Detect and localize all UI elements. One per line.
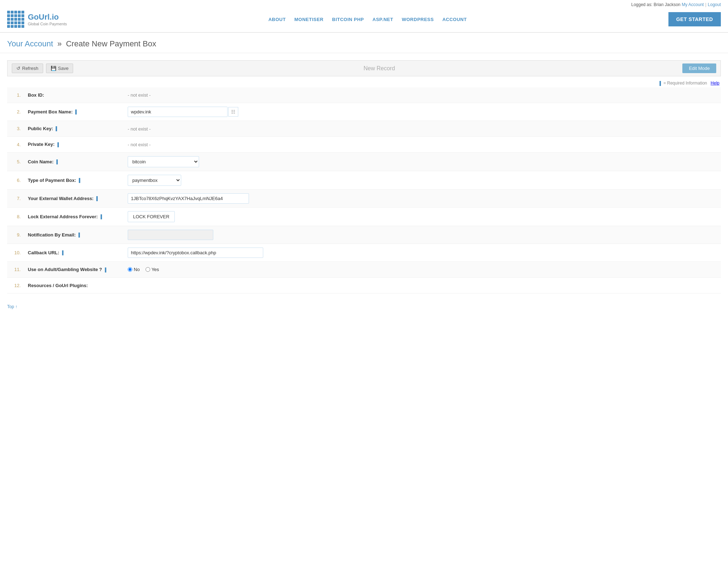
row-value-2: ☷: [125, 103, 721, 121]
row-value-8: LOCK FOREVER: [125, 207, 721, 226]
public-key-value: - not exist -: [128, 126, 151, 132]
logout-link[interactable]: Logout: [708, 2, 721, 7]
required-note: = Required Information Help: [7, 81, 721, 86]
table-row: 4. Private Key: - not exist -: [7, 137, 721, 153]
row-value-1: - not exist -: [125, 87, 721, 103]
nav-bitcoin-php[interactable]: BITCOIN PHP: [332, 17, 364, 22]
required-indicator: [78, 233, 80, 238]
logo-sub: Global Coin Payments: [28, 22, 67, 26]
page-subtitle: Create New Payment Box: [66, 39, 156, 48]
required-indicator: [56, 159, 58, 164]
new-record-label: New Record: [76, 65, 682, 72]
nav-monetiser[interactable]: MONETISER: [294, 17, 324, 22]
radio-no-label[interactable]: No: [128, 267, 140, 272]
row-label-8: Lock External Address Forever:: [25, 207, 125, 226]
row-label-6: Type of Payment Box:: [25, 171, 125, 189]
required-note-text: = Required Information: [663, 81, 707, 86]
content-area: ↺ Refresh 💾 Save New Record Edit Mode = …: [0, 53, 728, 301]
payment-box-name-wrap: ☷: [128, 107, 718, 117]
logo-area: GoUrl.io Global Coin Payments: [7, 11, 67, 28]
private-key-value: - not exist -: [128, 142, 151, 147]
payment-box-type-select[interactable]: paymentbox donation: [128, 175, 181, 186]
row-label-7: Your External Wallet Address:: [25, 189, 125, 207]
my-account-link[interactable]: My Account: [682, 2, 704, 7]
row-value-3: - not exist -: [125, 121, 721, 137]
your-account-link[interactable]: Your Account: [7, 39, 53, 48]
radio-yes[interactable]: [146, 267, 150, 272]
form-table: 1. Box ID: - not exist - 2. Payment Box …: [7, 87, 721, 294]
table-row: 5. Coin Name: bitcoin litecoin ethereum …: [7, 152, 721, 171]
required-indicator: [57, 142, 59, 147]
required-indicator: [56, 126, 57, 131]
row-num-6: 6.: [7, 171, 25, 189]
required-indicator: [96, 196, 98, 201]
nav-asp-net[interactable]: ASP.NET: [372, 17, 393, 22]
row-label-3: Public Key:: [25, 121, 125, 137]
footer-top-link[interactable]: Top ↑: [0, 301, 728, 313]
row-label-9: Notification By Email:: [25, 226, 125, 244]
table-row: 8. Lock External Address Forever: LOCK F…: [7, 207, 721, 226]
title-separator: »: [57, 39, 62, 48]
row-label-4: Private Key:: [25, 137, 125, 153]
row-num-11: 11.: [7, 261, 25, 277]
nav-about[interactable]: ABOUT: [268, 17, 286, 22]
logo-icon: [7, 11, 24, 28]
help-link[interactable]: Help: [711, 81, 719, 86]
lock-forever-button[interactable]: LOCK FOREVER: [128, 211, 175, 222]
row-num-9: 9.: [7, 226, 25, 244]
required-indicator: [62, 250, 63, 255]
row-num-4: 4.: [7, 137, 25, 153]
row-label-1: Box ID:: [25, 87, 125, 103]
row-value-10: [125, 244, 721, 261]
table-row: 9. Notification By Email:: [7, 226, 721, 244]
table-row: 10. Callback URL:: [7, 244, 721, 261]
radio-yes-label[interactable]: Yes: [146, 267, 159, 272]
nav-wordpress[interactable]: WORDPRESS: [402, 17, 434, 22]
edit-mode-button[interactable]: Edit Mode: [682, 63, 716, 73]
row-num-10: 10.: [7, 244, 25, 261]
radio-no[interactable]: [128, 267, 132, 272]
coin-name-select[interactable]: bitcoin litecoin ethereum dogecoin: [128, 156, 199, 167]
table-row: 2. Payment Box Name: ☷: [7, 103, 721, 121]
save-button[interactable]: 💾 Save: [46, 63, 73, 73]
nav-account[interactable]: ACCOUNT: [442, 17, 467, 22]
callback-url-input[interactable]: [128, 248, 263, 258]
row-num-3: 3.: [7, 121, 25, 137]
row-num-2: 2.: [7, 103, 25, 121]
table-row: 6. Type of Payment Box: paymentbox donat…: [7, 171, 721, 189]
refresh-button[interactable]: ↺ Refresh: [12, 63, 43, 73]
user-bar: Logged as: Brian Jackson My Account | Lo…: [0, 0, 728, 8]
box-id-value: - not exist -: [128, 92, 151, 98]
page-title-bar: Your Account » Create New Payment Box: [0, 33, 728, 53]
payment-box-name-input[interactable]: [128, 107, 228, 117]
row-label-10: Callback URL:: [25, 244, 125, 261]
row-num-1: 1.: [7, 87, 25, 103]
table-row: 11. Use on Adult/Gambling Website ? No Y…: [7, 261, 721, 277]
wallet-address-input[interactable]: [128, 193, 249, 204]
adult-gambling-radio-group: No Yes: [128, 267, 718, 272]
required-indicator: [75, 109, 77, 114]
row-label-2: Payment Box Name:: [25, 103, 125, 121]
toolbar: ↺ Refresh 💾 Save New Record Edit Mode: [7, 60, 721, 76]
row-label-11: Use on Adult/Gambling Website ?: [25, 261, 125, 277]
table-row: 3. Public Key: - not exist -: [7, 121, 721, 137]
row-num-8: 8.: [7, 207, 25, 226]
main-nav-bar: GoUrl.io Global Coin Payments ABOUT MONE…: [0, 8, 728, 33]
top-link-text[interactable]: Top ↑: [7, 304, 17, 309]
row-num-5: 5.: [7, 152, 25, 171]
row-label-12: Resources / GoUrl Plugins:: [25, 277, 125, 293]
row-num-12: 12.: [7, 277, 25, 293]
row-value-7: [125, 189, 721, 207]
row-value-4: - not exist -: [125, 137, 721, 153]
row-value-9: [125, 226, 721, 244]
notification-email-input[interactable]: [128, 230, 213, 240]
get-started-button[interactable]: GET STARTED: [668, 12, 721, 26]
save-label: Save: [58, 66, 69, 71]
row-value-5: bitcoin litecoin ethereum dogecoin: [125, 152, 721, 171]
required-indicator: [79, 178, 80, 183]
refresh-label: Refresh: [22, 66, 39, 71]
required-indicator: [105, 267, 106, 272]
row-value-12: [125, 277, 721, 293]
name-list-icon-button[interactable]: ☷: [228, 107, 238, 117]
refresh-icon: ↺: [16, 66, 20, 71]
